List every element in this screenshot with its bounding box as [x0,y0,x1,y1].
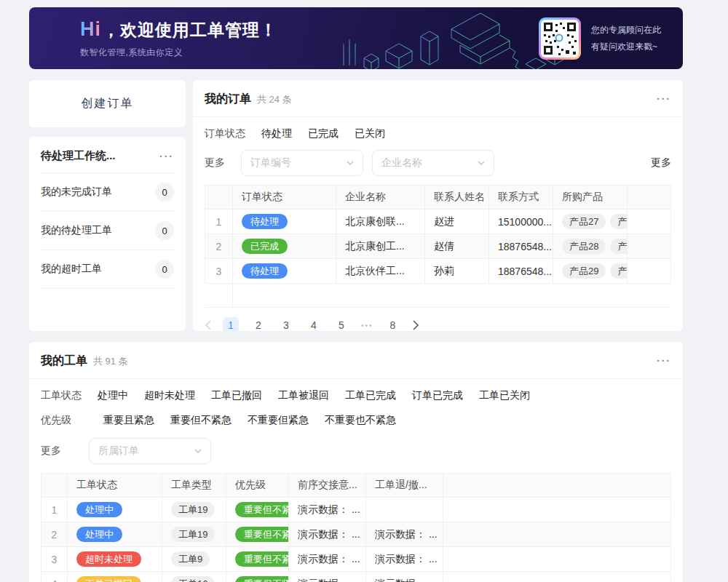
product-tag: 产品 [610,239,627,254]
product-tag: 产品27 [562,214,606,229]
priority-badge: 重要但不紧急 [235,502,289,517]
column-header: 联系人姓名 [425,186,489,210]
order-status-cell: 待处理 [233,210,336,234]
table-row[interactable]: 2处理中工单19重要但不紧急演示数据： ...演示数据： ... [41,522,671,547]
handover-cell: 演示数据： ... [289,572,366,582]
orders-table: 订单状态企业名称联系人姓名联系方式所购产品1待处理北京康创联...赵进15100… [205,185,671,308]
priority-cell: 重要但不紧急 [226,498,289,522]
company-name-select[interactable]: 企业名称 [372,150,494,176]
more-options-icon[interactable]: ··· [657,355,671,367]
banner-consultant-block: 您的专属顾问在此 有疑问欢迎来戳~ [539,17,661,60]
my-tickets-panel: 我的工单 共 91 条 ··· 工单状态 处理中超时未处理工单已撤回工单被退回工… [29,342,683,582]
pagination-page-number[interactable]: 4 [306,317,322,331]
order-status-cell: 已完成 [233,234,336,259]
order-number-select[interactable]: 订单编号 [241,150,363,176]
row-index: 3 [41,547,68,572]
table-row[interactable]: 2已完成北京康创工...赵倩18876548...产品28产品 [205,234,671,259]
more-options-icon[interactable]: ··· [657,93,671,105]
ticket-priority-option[interactable]: 重要且紧急 [103,414,154,427]
ticket-priority-option[interactable]: 重要但不紧急 [170,414,232,427]
banner-greeting-text: ，欢迎使用工单管理！ [103,20,277,39]
ticket-status-option[interactable]: 处理中 [98,389,128,402]
ticket-type-cell: 工单16 [162,572,226,582]
column-header [41,474,68,498]
table-row[interactable]: 3超时未处理工单9重要但不紧急演示数据： ...演示数据： ... [41,547,671,572]
orders-panel-title: 我的订单 [205,92,251,107]
stats-item-label: 我的待处理工单 [41,224,112,237]
ticket-status-option[interactable]: 超时未处理 [144,389,195,402]
company-cell: 北京伙伴工... [336,259,425,284]
order-status-option[interactable]: 已完成 [308,127,339,140]
ticket-status-option[interactable]: 工单已完成 [345,389,396,402]
ticket-type-cell: 工单19 [162,522,226,547]
pagination-prev-button[interactable] [205,320,211,330]
status-badge: 处理中 [76,502,122,517]
filler-cell [443,522,671,547]
orders-more-filter-row: 更多 订单编号 企业名称 更多 [193,140,683,176]
filler-cell [233,284,671,308]
ticket-type-tag: 工单19 [171,527,215,542]
ticket-priority-filter-label: 优先级 [41,414,71,427]
pagination-page-number[interactable]: 2 [250,317,266,331]
ticket-status-filter-row: 工单状态 处理中超时未处理工单已撤回工单被退回工单已完成订单已完成工单已关闭 [29,379,683,402]
status-badge: 工单已撤回 [76,576,141,582]
products-cell: 产品27产品 [553,210,628,234]
pagination-page-number[interactable]: 8 [385,317,401,331]
pagination-page-number[interactable]: 1 [223,317,239,331]
table-row[interactable]: 1待处理北京康创联...赵进15100000...产品27产品 [205,210,671,234]
ticket-priority-option[interactable]: 不重要也不紧急 [325,414,396,427]
handover-cell: 演示数据： ... [289,522,366,547]
products-cell: 产品29产品 [553,259,628,284]
column-header: 订单状态 [233,186,336,210]
parent-order-select[interactable]: 所属订单 [89,438,211,464]
column-header: 优先级 [226,474,289,498]
row-index: 2 [41,522,68,547]
stats-list-item[interactable]: 我的未完成订单0 [39,173,175,212]
tickets-table: 工单状态工单类型优先级前序交接意...工单退/撤...1处理中工单19重要但不紧… [41,473,671,582]
stats-list-item[interactable]: 我的超时工单0 [39,250,175,289]
ticket-status-option[interactable]: 订单已完成 [412,389,463,402]
status-badge: 待处理 [242,214,288,229]
my-orders-panel: 我的订单 共 24 条 ··· 订单状态 待处理已完成已关闭 更多 订单编号 企… [193,80,683,331]
priority-cell: 重要但不紧急 [226,522,289,547]
order-status-option[interactable]: 待处理 [261,127,292,140]
more-options-icon[interactable]: ··· [159,151,174,162]
ticket-status-option[interactable]: 工单已撤回 [211,389,262,402]
row-index: 4 [41,572,68,582]
handover-cell: 演示数据： ... [289,547,366,572]
create-order-button[interactable]: 创建订单 [29,80,186,127]
refund-cell: 演示数据： ... [366,522,443,547]
pagination-next-button[interactable] [413,320,419,330]
ticket-status-cell: 工单已撤回 [68,572,162,582]
orders-more-link[interactable]: 更多 [651,156,671,170]
ticket-priority-option[interactable]: 不重要但紧急 [248,414,309,427]
row-index: 3 [205,259,233,284]
status-badge: 待处理 [242,263,288,279]
stats-item-count-badge: 0 [155,221,174,240]
pagination-ellipsis[interactable]: ••• [361,322,373,330]
ticket-status-option[interactable]: 工单被退回 [278,389,329,402]
stats-item-count-badge: 0 [155,260,174,279]
ticket-status-option[interactable]: 工单已关闭 [479,389,530,402]
stats-list-item[interactable]: 我的待处理工单0 [39,212,175,250]
table-row[interactable]: 4工单已撤回工单16重要但不紧急演示数据： ...演示数据： ... [41,572,671,582]
order-status-filter-label: 订单状态 [205,127,245,140]
table-row[interactable]: 3待处理北京伙伴工...孙莉18876548...产品29产品 [205,259,671,284]
ticket-type-cell: 工单9 [162,547,226,572]
banner-subtitle: 数智化管理,系统由你定义 [80,47,277,59]
ticket-status-cell: 超时未处理 [68,547,162,572]
column-header: 前序交接意... [289,474,366,498]
pagination-page-number[interactable]: 5 [333,317,349,331]
parent-order-select-placeholder: 所属订单 [98,445,139,458]
phone-cell: 15100000... [489,210,553,234]
pagination-page-number[interactable]: 3 [278,317,294,331]
banner-text-block: Hi，欢迎使用工单管理！ 数智化管理,系统由你定义 [80,18,277,59]
table-row[interactable]: 1处理中工单19重要但不紧急演示数据： ... [41,498,671,522]
refund-cell: 演示数据： ... [366,547,443,572]
contact-cell: 赵倩 [425,234,489,259]
order-status-option[interactable]: 已关闭 [355,127,385,140]
welcome-banner: Hi，欢迎使用工单管理！ 数智化管理,系统由你定义 [29,7,683,69]
banner-greeting-highlight: Hi [80,18,101,40]
contact-cell: 赵进 [425,210,489,234]
product-tag: 产品 [610,263,627,279]
